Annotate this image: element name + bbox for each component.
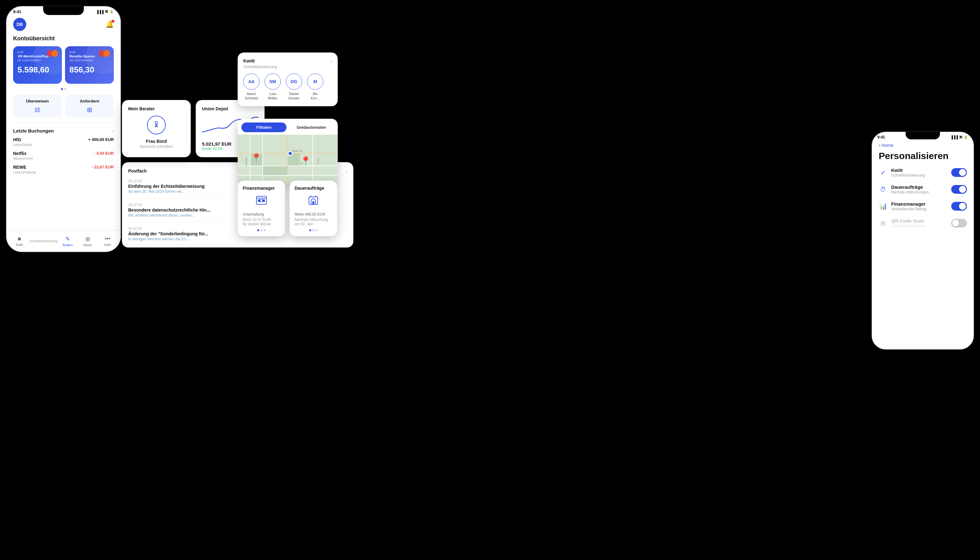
signal-icon: ▐▐▐	[96, 10, 104, 14]
battery-icon-right: 🔋	[964, 135, 968, 139]
svg-text:Grace: Grace	[317, 158, 320, 164]
nav-mehr[interactable]: ••• mehr	[98, 236, 118, 247]
dauerauftraege-text: Miete 490,00 EUR	[295, 212, 332, 217]
nav-andern[interactable]: ✎ Ändern	[58, 236, 78, 247]
kwitt-chevron[interactable]: ›	[331, 58, 332, 63]
divider	[13, 123, 114, 123]
phone-notch	[43, 6, 84, 15]
back-chevron: ‹	[879, 142, 880, 148]
nav-home[interactable]: ⊞ Home	[78, 236, 98, 247]
pref-qrcode: ⊞ QR-Code Scan Schnellüberweisung	[879, 218, 967, 228]
buchung-hfg-sub: Lohn/Gehalt	[13, 143, 32, 147]
fdot-1	[257, 229, 259, 231]
svg-rect-0	[155, 122, 158, 124]
finanzmanager-toggle[interactable]	[951, 202, 967, 211]
name-dg: DanielGerster	[288, 92, 300, 101]
pref-kwitt-label: Kwitt	[891, 168, 925, 173]
buchungen-header: Letzte Buchungen ›	[13, 128, 114, 133]
account-overview-title: Kontoübersicht	[13, 35, 114, 42]
card1-currency: EUR	[18, 51, 58, 54]
nav-kwitt-label: Kwitt	[16, 243, 23, 247]
actions-row: Überweisen ⊟ Anfordern ⊞	[13, 95, 114, 117]
pref-kwitt-sub: Schnellüberweisung	[891, 173, 925, 178]
name-sm: LisaMüller	[268, 92, 277, 101]
finanzmanager-text: Unterhaltung	[243, 212, 280, 217]
kwitt-person-sm[interactable]: SM LisaMüller	[265, 73, 281, 101]
name-aa: AaronSchmied	[245, 92, 258, 101]
nav-schnell[interactable]: Schnellüberweisung	[29, 239, 58, 243]
pref-finanzmanager-label: Finanzmanager	[891, 201, 927, 207]
finanzmanager-title: Finanzmanager	[243, 186, 280, 191]
kwitt-person-dg[interactable]: DG DanielGerster	[286, 73, 302, 101]
bell-button[interactable]: 🔔	[105, 20, 114, 28]
nav-home-label: Home	[83, 243, 92, 247]
avatar: DB	[13, 18, 26, 31]
postfach-chevron[interactable]: ›	[346, 169, 347, 174]
top-bar: DB 🔔	[13, 18, 114, 31]
finanzmanager-toggle-knob	[959, 203, 966, 210]
status-icons-right: ▐▐▐ ⌘ 🔋	[951, 135, 968, 139]
buchungen-chevron[interactable]: ›	[112, 128, 114, 133]
map-pin-1[interactable]: 📍	[251, 153, 262, 163]
dauerauftraege-sub: Nächste Abbuchungam 01. Jan	[295, 218, 332, 226]
kwitt-person-m[interactable]: M MoKon...	[307, 73, 323, 101]
pref-qrcode-sub: Schnellüberweisung	[891, 224, 925, 228]
kwitt-header: Kwitt ›	[243, 58, 332, 63]
overweisen-button[interactable]: Überweisen ⊟	[13, 95, 62, 117]
dauerauftraege-toggle[interactable]	[951, 185, 967, 194]
map-pin-2[interactable]: 📍	[300, 156, 311, 166]
berater-widget[interactable]: Mein Berater Frau Bord Nachricht schreib…	[122, 100, 191, 157]
andern-icon: ✎	[65, 236, 70, 242]
ddot-3	[316, 229, 317, 231]
qrcode-toggle[interactable]	[951, 219, 967, 228]
chart-icon: 📊	[879, 202, 887, 210]
kwitt-toggle-knob	[959, 169, 966, 176]
dauerauftraege-widget[interactable]: Daueraufträge Miete 490,00 EUR Nächste A…	[290, 181, 337, 236]
buchung-hfg: HfG Lohn/Gehalt + 450,00 EUR	[13, 137, 114, 147]
card1-iban: DE 015872036502	[18, 59, 58, 62]
personalize-title: Personalisieren	[879, 151, 967, 161]
pref-qrcode-label: QR-Code Scan	[891, 218, 925, 223]
nav-kwitt[interactable]: ■ Kwitt	[9, 236, 29, 247]
nav-mehr-label: mehr	[104, 243, 111, 247]
wifi-icon-right: ⌘	[959, 135, 962, 139]
pref-dauerauftraege-left: ⏱ Daueraufträge Nächste Abbuchungen	[879, 184, 929, 194]
finanzmanager-dots	[243, 229, 280, 231]
wifi-icon: ⌘	[105, 10, 108, 14]
berater-title: Mein Berater	[128, 106, 184, 111]
avatar-m: M	[307, 73, 323, 90]
finanzmanager-widget[interactable]: Finanzmanager Unterhaltung Noch 12,57 EU…	[238, 181, 285, 236]
battery-icon: 🔋	[109, 10, 114, 14]
bank-card-1[interactable]: EUR VR-MeinKontoPlus DE 015872036502 5.5…	[13, 46, 62, 84]
checkmark-icon: ✓	[879, 169, 887, 176]
kwitt-toggle[interactable]	[951, 168, 967, 177]
card2-currency: EUR	[69, 51, 109, 54]
pref-qrcode-left: ⊞ QR-Code Scan Schnellüberweisung	[879, 218, 925, 228]
qrcode-toggle-knob	[952, 220, 959, 227]
home-icon: ⊞	[85, 236, 90, 242]
depot-title: Union Depot	[202, 106, 258, 111]
map-widget[interactable]: Fillialen Geldautomaten Hayes St Market …	[238, 119, 338, 185]
berater-name: Frau Bord	[128, 139, 184, 144]
dauerauftraege-icon	[295, 194, 332, 209]
clock-icon: ⏱	[879, 186, 887, 193]
kwitt-widget[interactable]: Kwitt › Schnellüberweisung AA AaronSchmi…	[238, 52, 338, 106]
card2-amount: 856,30	[69, 65, 109, 75]
pref-finanzmanager-sub: Verbleibender Betrag	[891, 207, 927, 211]
tab-geldautomaten[interactable]: Geldautomaten	[289, 122, 334, 132]
buchung-hfg-amount: + 450,00 EUR	[88, 137, 114, 142]
svg-text:Franklin: Franklin	[245, 157, 248, 166]
tab-fillialen[interactable]: Fillialen	[241, 122, 286, 132]
buchung-hfg-name: HfG	[13, 137, 32, 142]
kwitt-person-aa[interactable]: AA AaronSchmied	[243, 73, 260, 101]
nav-schnell-label: Schnellüberweisung	[29, 239, 58, 243]
back-label: Home	[881, 143, 893, 148]
anfordern-button[interactable]: Anfordern ⊞	[65, 95, 114, 117]
back-nav[interactable]: ‹ Home	[879, 142, 967, 148]
cards-row: EUR VR-MeinKontoPlus DE 015872036502 5.5…	[13, 46, 114, 84]
svg-text:Hayes St: Hayes St	[291, 149, 302, 152]
svg-rect-25	[260, 199, 263, 202]
buchungen-title: Letzte Buchungen	[13, 128, 54, 133]
bank-card-2[interactable]: EUR Rendite-Sparen DE 015872036502 856,3…	[65, 46, 114, 84]
buchung-netflix-amount: - 3,50 EUR	[94, 151, 114, 156]
